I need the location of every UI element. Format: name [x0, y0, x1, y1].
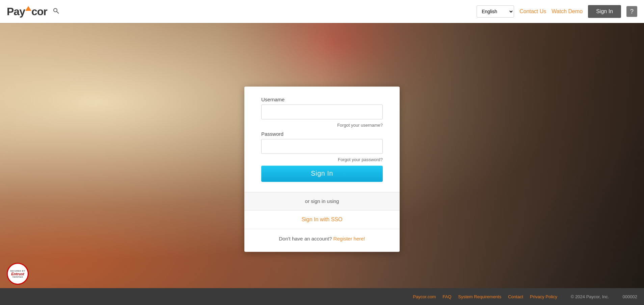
entrust-circle: SECURED BY Entrust VERIFIED — [7, 263, 29, 285]
register-link[interactable]: Register here! — [333, 236, 365, 242]
forgot-password-link[interactable]: Forgot your password? — [261, 157, 383, 162]
sso-section: Sign In with SSO — [244, 210, 400, 229]
or-divider: or sign in using — [244, 192, 400, 210]
register-text: Don't have an account? — [279, 236, 332, 242]
register-section: Don't have an account? Register here! — [244, 229, 400, 252]
password-group: Password — [261, 131, 383, 154]
paycor-arrow-icon — [25, 6, 31, 12]
contact-link[interactable]: Contact — [508, 294, 523, 299]
logo: Pay cor — [7, 5, 47, 18]
forgot-username-link[interactable]: Forgot your username? — [261, 123, 383, 128]
watch-demo-link[interactable]: Watch Demo — [552, 8, 583, 15]
entrust-brand-text: Entrust — [11, 272, 24, 276]
sign-in-button[interactable]: Sign In — [261, 166, 383, 182]
paycor-com-link[interactable]: Paycor.com — [413, 294, 436, 299]
footer-code: 000002 — [623, 294, 637, 299]
entrust-verified-text: VERIFIED — [12, 276, 23, 278]
login-card: Username Forgot your username? Password … — [244, 86, 400, 252]
username-label: Username — [261, 97, 383, 102]
search-button[interactable] — [53, 7, 59, 16]
header: Pay cor English Spanish French Contact U… — [0, 0, 644, 23]
help-button[interactable]: ? — [626, 6, 637, 17]
password-input[interactable] — [261, 139, 383, 154]
language-select[interactable]: English Spanish French — [477, 5, 514, 18]
svg-point-1 — [54, 8, 57, 12]
header-left: Pay cor — [7, 5, 59, 18]
username-input[interactable] — [261, 104, 383, 119]
contact-us-link[interactable]: Contact Us — [519, 8, 546, 15]
header-sign-in-button[interactable]: Sign In — [588, 5, 621, 18]
sso-link[interactable]: Sign In with SSO — [302, 217, 343, 222]
username-group: Username — [261, 97, 383, 119]
entrust-badge: SECURED BY Entrust VERIFIED — [7, 263, 29, 285]
footer-copyright: © 2024 Paycor, Inc. — [571, 294, 609, 299]
paycor-logo-text: Pay cor — [7, 5, 47, 18]
footer: Paycor.com FAQ System Requirements Conta… — [0, 288, 644, 305]
privacy-policy-link[interactable]: Privacy Policy — [530, 294, 557, 299]
header-right: English Spanish French Contact Us Watch … — [477, 5, 637, 18]
login-form-section: Username Forgot your username? Password … — [244, 86, 400, 192]
search-icon — [53, 7, 59, 14]
password-label: Password — [261, 131, 383, 137]
faq-link[interactable]: FAQ — [442, 294, 451, 299]
svg-marker-0 — [25, 6, 31, 11]
svg-line-2 — [57, 11, 59, 14]
system-requirements-link[interactable]: System Requirements — [458, 294, 501, 299]
footer-links: Paycor.com FAQ System Requirements Conta… — [413, 294, 637, 299]
